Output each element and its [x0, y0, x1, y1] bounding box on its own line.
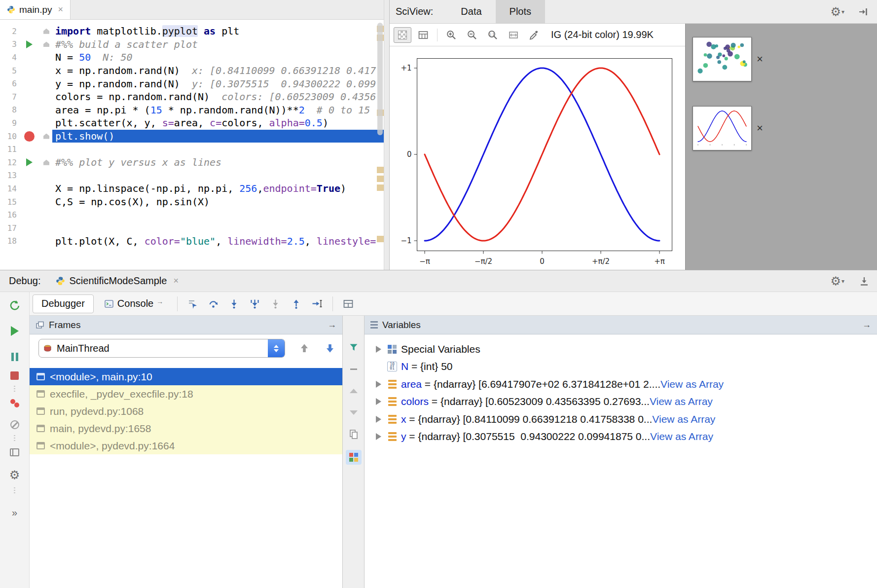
collapse-button[interactable] [347, 363, 361, 375]
step-over-button[interactable] [203, 295, 224, 313]
previous-frame-button[interactable] [298, 342, 311, 355]
zoom-out-button[interactable] [463, 27, 481, 43]
editor-sciview-splitter[interactable] [384, 0, 390, 270]
expand-arrow-icon[interactable] [376, 416, 381, 423]
editor-line[interactable]: 3#%% build a scatter plot [0, 38, 384, 51]
zoom-in-button[interactable] [442, 27, 460, 43]
editor-line[interactable]: 10plt.show() [0, 130, 384, 143]
step-out-button[interactable] [286, 295, 307, 313]
editor-line[interactable]: 6y = np.random.rand(N) y: [0.3075515 0.9… [0, 77, 384, 90]
hide-library-frames-button[interactable] [347, 341, 361, 353]
editor-line[interactable]: 11 [0, 143, 384, 156]
scroll-up-button[interactable] [347, 385, 361, 397]
variable-name: x [401, 413, 406, 425]
editor-line[interactable]: 2import matplotlib.pyplot as plt [0, 25, 384, 38]
variable-row[interactable]: area = {ndarray} [6.69417907e+02 6.37184… [365, 375, 877, 393]
editor-line[interactable]: 14X = np.linspace(-np.pi, np.pi, 256,end… [0, 182, 384, 195]
next-frame-button[interactable] [324, 342, 336, 355]
editor-line[interactable]: 17 [0, 221, 384, 235]
editor-line[interactable]: 18plt.plot(X, C, color="blue", linewidth… [0, 235, 384, 248]
combo-arrows-icon[interactable] [268, 339, 285, 358]
close-icon[interactable]: × [757, 122, 763, 135]
force-step-into-button[interactable] [265, 295, 286, 313]
run-to-cursor-button[interactable] [307, 295, 328, 313]
view-as-array-link[interactable]: View as Array [660, 378, 724, 390]
run-cell-icon[interactable] [26, 40, 33, 48]
restore-layout-button[interactable] [8, 446, 21, 459]
view-layout-button[interactable] [338, 295, 359, 313]
view-as-array-link[interactable]: View as Array [650, 431, 713, 442]
editor-line[interactable]: 9plt.scatter(x, y, s=area, c=colors, alp… [0, 116, 384, 130]
view-as-array-link[interactable]: View as Array [650, 396, 713, 407]
color-picker-button[interactable] [525, 27, 543, 43]
pause-button[interactable] [8, 350, 21, 363]
view-breakpoints-button[interactable] [8, 397, 21, 409]
open-console-arrow-icon[interactable]: → [156, 297, 163, 305]
thumbnail-line-plot[interactable] [693, 106, 752, 150]
svg-text:+π/2: +π/2 [592, 257, 610, 266]
chevron-down-icon: ▾ [841, 278, 844, 285]
scroll-down-button[interactable] [347, 406, 361, 418]
expand-arrow-icon[interactable] [376, 346, 381, 353]
tab-console[interactable]: Console→ [96, 294, 172, 313]
editor-line[interactable]: 12#%% plot y versus x as lines [0, 156, 384, 169]
editor-line[interactable]: 4N = 50 N: 50 [0, 51, 384, 64]
variable-row[interactable]: Special Variables [365, 340, 877, 358]
editor-tab-main-py[interactable]: main.py × [0, 0, 71, 19]
zoom-actual-size-button[interactable]: 1:1 [484, 27, 502, 43]
variable-row[interactable]: colors = {ndarray} [0.60523009 0.4356339… [365, 393, 877, 411]
copy-frames-button[interactable] [347, 428, 361, 440]
hide-window-button[interactable] [859, 276, 869, 286]
debugger-settings-button[interactable]: ⚙ [8, 469, 21, 481]
transparency-toggle-button[interactable] [394, 27, 411, 43]
resume-button[interactable] [8, 325, 21, 337]
frame-row[interactable]: run, pydevd.py:1068 [30, 403, 342, 420]
close-icon[interactable]: × [58, 4, 64, 15]
editor-line[interactable]: 7colors = np.random.rand(N) colors: [0.6… [0, 90, 384, 104]
show-execution-point-button[interactable] [183, 295, 203, 313]
close-icon[interactable]: × [173, 276, 179, 286]
frame-row[interactable]: <module>, main.py:10 [30, 368, 342, 385]
expand-arrow-icon[interactable] [376, 433, 381, 440]
thread-selector[interactable]: MainThread [38, 339, 285, 358]
tab-plots[interactable]: Plots [496, 0, 545, 23]
variable-row[interactable]: x = {ndarray} [0.84110099 0.66391218 0.4… [365, 410, 877, 428]
fit-zoom-button[interactable] [505, 27, 522, 43]
step-into-my-code-button[interactable] [245, 295, 265, 313]
editor-line[interactable]: 15C,S = np.cos(X), np.sin(X) [0, 195, 384, 209]
editor-line[interactable]: 8area = np.pi * (15 * np.random.rand(N))… [0, 104, 384, 117]
close-icon[interactable]: × [757, 53, 763, 66]
mute-breakpoints-button[interactable] [8, 418, 21, 431]
editor-line[interactable]: 5x = np.random.rand(N) x: [0.84110099 0.… [0, 64, 384, 77]
frame-row[interactable]: main, pydevd.py:1658 [30, 420, 342, 437]
hide-panel-button[interactable] [858, 7, 868, 16]
gear-menu-button[interactable]: ⚙▾ [830, 275, 844, 287]
expand-arrow-icon[interactable] [376, 398, 381, 405]
editor-line[interactable]: 13 [0, 169, 384, 183]
rerun-button[interactable] [8, 299, 21, 312]
code-editor[interactable]: 2import matplotlib.pyplot as plt3#%% bui… [0, 20, 384, 270]
variable-row[interactable]: 1001N = {int} 50 [365, 358, 877, 376]
focus-icon[interactable]: → [328, 320, 336, 330]
grid-view-button[interactable] [414, 27, 432, 43]
more-actions-button[interactable]: » [8, 506, 21, 519]
variable-row[interactable]: y = {ndarray} [0.3075515 0.94300222 0.09… [365, 428, 877, 446]
editor-scrollbar[interactable] [377, 23, 383, 135]
run-cell-icon[interactable] [26, 158, 33, 166]
debug-session-tab[interactable]: ScientificModeSample × [56, 275, 179, 287]
tab-data[interactable]: Data [447, 0, 495, 23]
stop-button[interactable] [8, 369, 21, 382]
breakpoint-icon[interactable] [24, 131, 35, 142]
show-values-inline-button[interactable] [346, 450, 362, 465]
frame-row[interactable]: <module>, pydevd.py:1664 [30, 437, 342, 454]
tab-debugger[interactable]: Debugger [33, 294, 94, 313]
step-into-button[interactable] [224, 295, 245, 313]
frame-row[interactable]: execfile, _pydev_execfile.py:18 [30, 385, 342, 403]
editor-line[interactable]: 16 [0, 208, 384, 221]
focus-icon[interactable]: → [862, 320, 871, 330]
expand-arrow-icon[interactable] [376, 381, 381, 388]
plot-area[interactable]: −π−π/20+π/2+π−10+1 [390, 46, 685, 270]
view-as-array-link[interactable]: View as Array [652, 413, 715, 425]
gear-menu-button[interactable]: ⚙▾ [830, 6, 844, 18]
thumbnail-scatter-plot[interactable] [693, 37, 752, 81]
